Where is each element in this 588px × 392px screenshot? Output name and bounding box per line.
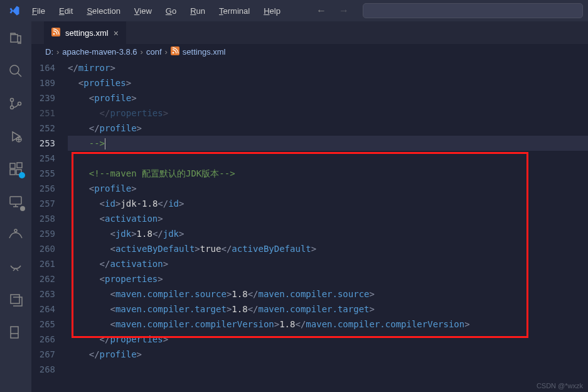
- svg-point-15: [173, 52, 174, 53]
- status-dot-icon: [20, 206, 25, 211]
- explorer-icon[interactable]: [8, 30, 24, 46]
- menu-run[interactable]: Run: [184, 4, 211, 18]
- run-debug-icon[interactable]: [8, 128, 24, 144]
- extensions-badge-icon: [19, 172, 25, 178]
- tab-filename: settings.xml: [65, 28, 109, 38]
- activity-bar: [0, 21, 31, 392]
- nav-back-icon[interactable]: ←: [316, 5, 326, 16]
- svg-point-1: [11, 99, 14, 102]
- svg-point-0: [10, 65, 19, 74]
- breadcrumb-file[interactable]: settings.xml: [183, 47, 226, 57]
- stacked-panels-icon[interactable]: [8, 291, 24, 308]
- tab-bar: settings.xml ×: [31, 21, 588, 44]
- live-share-icon[interactable]: [8, 226, 24, 242]
- menu-go[interactable]: Go: [160, 4, 182, 18]
- svg-point-13: [53, 33, 55, 35]
- tab-settings-xml[interactable]: settings.xml ×: [44, 21, 126, 44]
- nav-forward-icon[interactable]: →: [339, 5, 349, 16]
- svg-rect-5: [10, 163, 15, 168]
- breadcrumb-folder2[interactable]: conf: [146, 47, 162, 57]
- xml-file-icon: [171, 46, 179, 57]
- breadcrumb-folder1[interactable]: apache-maven-3.8.6: [62, 47, 137, 57]
- tab-close-icon[interactable]: ×: [114, 28, 119, 38]
- editor-area: settings.xml × D: › apache-maven-3.8.6 ›…: [31, 21, 588, 392]
- live-share-2-icon[interactable]: [8, 259, 24, 275]
- chevron-right-icon: ›: [141, 47, 143, 57]
- line-number-gutter: 164 189 239 251 252 253 254 255 256 257 …: [31, 59, 68, 392]
- layout-icon[interactable]: [8, 324, 24, 340]
- extensions-icon[interactable]: [8, 161, 24, 177]
- svg-rect-10: [11, 295, 19, 303]
- search-icon[interactable]: [8, 63, 24, 79]
- menu-view[interactable]: View: [129, 4, 158, 18]
- svg-rect-6: [10, 170, 15, 175]
- title-bar: File Edit Selection View Go Run Terminal…: [0, 0, 588, 21]
- svg-point-2: [11, 106, 14, 109]
- menu-help[interactable]: Help: [258, 4, 286, 18]
- chevron-right-icon: ›: [165, 47, 168, 57]
- breadcrumb[interactable]: D: › apache-maven-3.8.6 › conf › setting…: [31, 44, 588, 59]
- text-cursor-icon: [105, 138, 105, 150]
- command-center-search[interactable]: [363, 3, 583, 18]
- menu-edit[interactable]: Edit: [53, 4, 78, 18]
- source-control-icon[interactable]: [8, 95, 24, 112]
- svg-rect-9: [10, 197, 21, 204]
- svg-rect-11: [11, 327, 18, 338]
- menu-terminal[interactable]: Terminal: [213, 4, 255, 18]
- svg-rect-8: [17, 163, 22, 168]
- breadcrumb-drive[interactable]: D:: [45, 47, 53, 57]
- code-editor[interactable]: 164 189 239 251 252 253 254 255 256 257 …: [31, 59, 588, 392]
- watermark: CSDN @*wxzk: [537, 382, 583, 389]
- menu-selection[interactable]: Selection: [81, 4, 126, 18]
- code-content[interactable]: </mirror> <profiles> <profile> </propert…: [68, 59, 588, 392]
- remote-explorer-icon[interactable]: [8, 193, 24, 210]
- vscode-logo-icon: [9, 5, 20, 16]
- chevron-right-icon: ›: [56, 47, 59, 57]
- menu-file[interactable]: File: [26, 4, 51, 18]
- xml-file-icon: [51, 28, 60, 38]
